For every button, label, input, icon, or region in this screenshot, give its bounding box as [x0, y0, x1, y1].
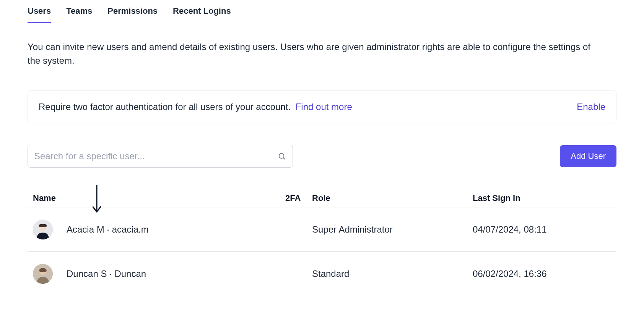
table-row[interactable]: Acacia M · acacia.m Super Administrator … — [28, 207, 616, 252]
banner-text: Require two factor authentication for al… — [39, 102, 291, 112]
tab-users[interactable]: Users — [28, 5, 51, 23]
page-description: You can invite new users and amend detai… — [28, 40, 594, 68]
tab-recent-logins[interactable]: Recent Logins — [173, 5, 231, 23]
cell-last-sign-in: 06/02/2024, 16:36 — [473, 268, 611, 279]
cell-role: Super Administrator — [312, 224, 473, 235]
user-name-label: Acacia M · acacia.m — [67, 224, 149, 235]
table-row[interactable]: Duncan S · Duncan Standard 06/02/2024, 1… — [28, 252, 616, 296]
svg-point-0 — [279, 154, 284, 158]
user-name-label: Duncan S · Duncan — [67, 268, 146, 279]
add-user-button[interactable]: Add User — [560, 145, 616, 167]
enable-2fa-button[interactable]: Enable — [577, 102, 605, 112]
search-icon — [278, 152, 286, 160]
svg-line-1 — [283, 158, 285, 159]
column-last-sign-in[interactable]: Last Sign In — [473, 193, 611, 203]
column-role[interactable]: Role — [312, 193, 473, 203]
find-out-more-link[interactable]: Find out more — [296, 102, 352, 112]
column-name[interactable]: Name — [33, 193, 56, 203]
column-2fa[interactable]: 2FA — [285, 193, 312, 203]
search-box — [28, 145, 293, 168]
svg-rect-6 — [39, 224, 47, 227]
two-factor-banner: Require two factor authentication for al… — [28, 91, 616, 123]
avatar — [33, 220, 53, 239]
search-input[interactable] — [28, 145, 293, 168]
tab-teams[interactable]: Teams — [66, 5, 92, 23]
cell-role: Standard — [312, 268, 473, 279]
tabs: Users Teams Permissions Recent Logins — [28, 0, 616, 23]
table-header: Name 2FA Role Last Sign In — [28, 183, 616, 207]
cell-last-sign-in: 04/07/2024, 08:11 — [473, 224, 611, 235]
sort-arrow-icon — [92, 183, 102, 213]
users-table: Name 2FA Role Last Sign In — [28, 183, 616, 296]
avatar — [33, 264, 53, 284]
tab-permissions[interactable]: Permissions — [107, 5, 158, 23]
